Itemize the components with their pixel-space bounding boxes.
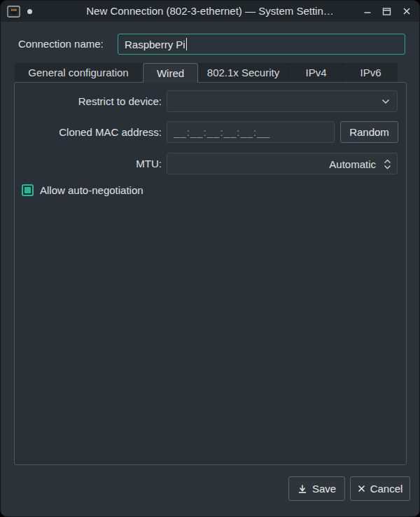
connection-name-label: Connection name:	[18, 34, 104, 55]
chevron-up-icon	[384, 159, 391, 164]
save-button[interactable]: Save	[288, 476, 345, 501]
cloned-mac-input[interactable]: __:__:__:__:__:__	[167, 121, 335, 143]
connection-name-input[interactable]: Raspberry Pi	[118, 34, 405, 55]
ethernet-port-icon	[6, 4, 21, 19]
tab-wired[interactable]: Wired	[143, 63, 198, 83]
tab-bar: General configuration Wired 802.1x Secur…	[15, 63, 398, 82]
chevron-down-icon	[384, 165, 391, 170]
close-icon[interactable]	[402, 7, 411, 16]
close-icon	[358, 485, 365, 492]
titlebar[interactable]: New Connection (802-3-ethernet) — System…	[1, 1, 419, 22]
restrict-to-device-label: Restrict to device:	[1, 90, 162, 112]
save-icon	[298, 484, 307, 494]
mtu-value: Automatic	[329, 153, 376, 175]
random-button[interactable]: Random	[340, 121, 398, 143]
mtu-spinbox[interactable]: Automatic	[167, 153, 398, 174]
tab-general-configuration[interactable]: General configuration	[15, 63, 143, 82]
window-menu-dot-icon[interactable]	[27, 9, 32, 14]
text-caret	[186, 38, 187, 50]
cloned-mac-placeholder: __:__:__:__:__:__	[174, 126, 270, 138]
window-title: New Connection (802-3-ethernet) — System…	[1, 1, 419, 22]
window: New Connection (802-3-ethernet) — System…	[0, 0, 420, 517]
minimize-icon[interactable]	[363, 7, 372, 16]
mtu-label: MTU:	[1, 153, 162, 174]
tab-ipv4[interactable]: IPv4	[289, 63, 344, 82]
cancel-button[interactable]: Cancel	[350, 476, 410, 501]
restrict-to-device-combobox[interactable]	[167, 90, 398, 112]
mtu-spin-buttons[interactable]	[384, 153, 391, 175]
tab-ipv6[interactable]: IPv6	[344, 63, 398, 82]
connection-name-value: Raspberry Pi	[125, 39, 186, 50]
checkbox-checked-icon[interactable]	[22, 184, 34, 196]
chevron-down-icon	[382, 99, 390, 104]
maximize-icon[interactable]	[382, 7, 391, 16]
auto-negotiation-checkbox-row[interactable]: Allow auto-negotiation	[22, 184, 144, 196]
tab-8021x-security[interactable]: 802.1x Security	[198, 63, 289, 82]
cloned-mac-label: Cloned MAC address:	[1, 121, 162, 143]
auto-negotiation-label: Allow auto-negotiation	[40, 184, 144, 196]
